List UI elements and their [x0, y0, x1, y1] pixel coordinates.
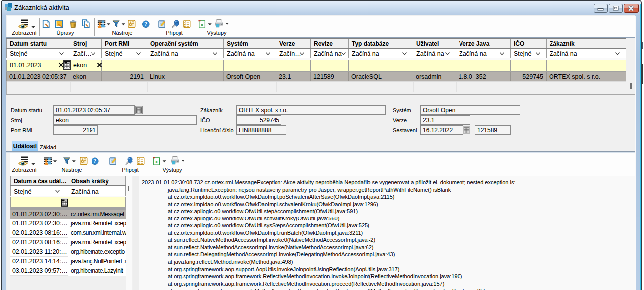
- svg-text:x: x: [155, 159, 158, 164]
- svg-text:?: ?: [144, 21, 147, 27]
- svg-text:x: x: [201, 22, 204, 27]
- svg-text:?: ?: [93, 158, 96, 164]
